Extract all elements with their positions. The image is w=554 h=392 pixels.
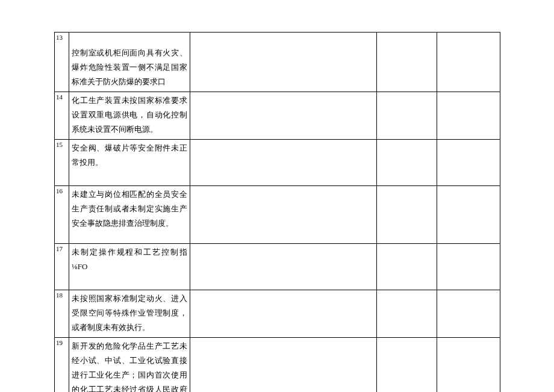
row-col5 bbox=[437, 92, 500, 140]
row-col5 bbox=[437, 186, 500, 243]
checklist-table: 13 控制室或机柜间面向具有火灾、爆炸危险性装置一侧不满足国家标准关于防火防爆的… bbox=[54, 32, 500, 392]
page-container: 13 控制室或机柜间面向具有火灾、爆炸危险性装置一侧不满足国家标准关于防火防爆的… bbox=[0, 0, 554, 392]
row-col4 bbox=[377, 33, 437, 92]
row-col3 bbox=[190, 186, 377, 243]
row-description: 新开发的危险化学品生产工艺未经小试、中试、工业化试验直接进行工业化生产；国内首次… bbox=[69, 337, 190, 392]
row-number: 16 bbox=[55, 186, 69, 243]
row-col3 bbox=[190, 92, 377, 140]
row-col4 bbox=[377, 290, 437, 337]
row-col3 bbox=[190, 243, 377, 290]
row-col5 bbox=[437, 140, 500, 186]
row-number: 15 bbox=[55, 140, 69, 186]
row-col4 bbox=[377, 243, 437, 290]
table-row: 18 未按照国家标准制定动火、进入受限空间等特殊作业管理制度，或者制度未有效执行… bbox=[55, 290, 500, 337]
row-col3 bbox=[190, 140, 377, 186]
table-row: 13 控制室或机柜间面向具有火灾、爆炸危险性装置一侧不满足国家标准关于防火防爆的… bbox=[55, 33, 500, 92]
row-col3 bbox=[190, 337, 377, 392]
row-col4 bbox=[377, 92, 437, 140]
row-description: 控制室或机柜间面向具有火灾、爆炸危险性装置一侧不满足国家标准关于防火防爆的要求口 bbox=[69, 33, 190, 92]
row-col5 bbox=[437, 243, 500, 290]
row-number: 19 bbox=[55, 337, 69, 392]
table-row: 14 化工生产装置未按国家标准要求设置双重电源供电，自动化控制系统未设置不间断电… bbox=[55, 92, 500, 140]
row-col4 bbox=[377, 337, 437, 392]
row-number: 17 bbox=[55, 243, 69, 290]
row-col5 bbox=[437, 290, 500, 337]
row-number: 14 bbox=[55, 92, 69, 140]
table-row: 15 安全阀、爆破片等安全附件未正常投用。 bbox=[55, 140, 500, 186]
row-col3 bbox=[190, 290, 377, 337]
row-number: 13 bbox=[55, 33, 69, 92]
row-col4 bbox=[377, 140, 437, 186]
table-row: 17 未制定操作规程和工艺控制指⅛FO bbox=[55, 243, 500, 290]
row-col5 bbox=[437, 337, 500, 392]
row-description: 化工生产装置未按国家标准要求设置双重电源供电，自动化控制系统未设置不间断电源。 bbox=[69, 92, 190, 140]
row-number: 18 bbox=[55, 290, 69, 337]
row-description: 安全阀、爆破片等安全附件未正常投用。 bbox=[69, 140, 190, 186]
row-col4 bbox=[377, 186, 437, 243]
row-description: 未制定操作规程和工艺控制指⅛FO bbox=[69, 243, 190, 290]
table-row: 16 未建立与岗位相匹配的全员安全生产责任制或者未制定实施生产安全事故隐患排查治… bbox=[55, 186, 500, 243]
row-description: 未建立与岗位相匹配的全员安全生产责任制或者未制定实施生产安全事故隐患排查治理制度… bbox=[69, 186, 190, 243]
table-row: 19 新开发的危险化学品生产工艺未经小试、中试、工业化试验直接进行工业化生产；国… bbox=[55, 337, 500, 392]
row-col3 bbox=[190, 33, 377, 92]
row-col5 bbox=[437, 33, 500, 92]
row-description: 未按照国家标准制定动火、进入受限空间等特殊作业管理制度，或者制度未有效执行。 bbox=[69, 290, 190, 337]
